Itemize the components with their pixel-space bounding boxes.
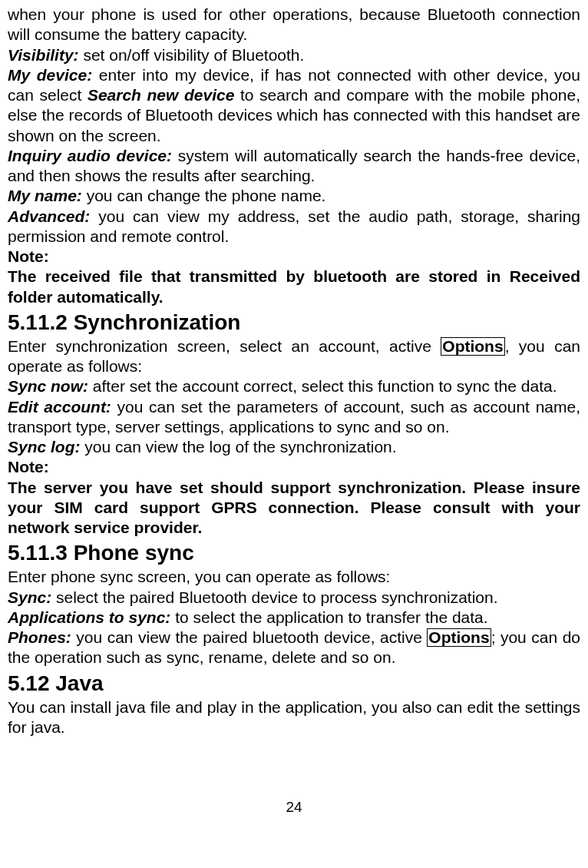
heading-phone-sync: 5.11.3 Phone sync (8, 539, 580, 566)
phones-text1: you can view the paired bluetooth device… (71, 628, 427, 646)
advanced-paragraph: Advanced: you can view my address, set t… (8, 207, 580, 247)
options-box-1: Options (441, 337, 504, 356)
sync-label: Sync: (8, 588, 51, 606)
options-box-2: Options (427, 628, 491, 647)
mydevice-label: My device: (8, 66, 92, 84)
document-page: when your phone is used for other operat… (0, 0, 588, 816)
note2-text: The server you have set should support s… (8, 478, 580, 538)
myname-label: My name: (8, 187, 82, 204)
advanced-label: Advanced: (8, 207, 90, 225)
inquiry-label: Inquiry audio device: (8, 147, 172, 164)
phonesync-intro: Enter phone sync screen, you can operate… (8, 567, 580, 587)
phones-paragraph: Phones: you can view the paired bluetoot… (8, 628, 580, 668)
advanced-text: you can view my address, set the audio p… (8, 207, 580, 245)
note1-label: Note: (8, 247, 580, 267)
sync-intro-paragraph: Enter synchronization screen, select an … (8, 336, 580, 377)
visibility-line: Visibility: set on/off visibility of Blu… (8, 45, 580, 65)
mydevice-paragraph: My device: enter into my device, if has … (8, 65, 580, 146)
visibility-text: set on/off visibility of Bluetooth. (79, 46, 305, 64)
phones-label: Phones: (8, 628, 71, 646)
heading-java: 5.12 Java (8, 670, 580, 697)
apps-label: Applications to sync: (8, 608, 170, 626)
syncnow-label: Sync now: (8, 377, 88, 395)
apps-text: to select the application to transfer th… (170, 608, 487, 626)
mydevice-em: Search new device (88, 86, 234, 104)
syncnow-paragraph: Sync now: after set the account correct,… (8, 376, 580, 396)
sync-text: select the paired Bluetooth device to pr… (51, 588, 497, 606)
note1-text: The received file that transmitted by bl… (8, 267, 580, 307)
syncnow-text: after set the account correct, select th… (88, 377, 557, 395)
heading-synchronization: 5.11.2 Synchronization (8, 309, 580, 336)
synclog-line: Sync log: you can view the log of the sy… (8, 437, 580, 457)
intro-paragraph: when your phone is used for other operat… (8, 5, 580, 45)
synclog-text: you can view the log of the synchronizat… (81, 438, 397, 456)
editacc-paragraph: Edit account: you can set the parameters… (8, 397, 580, 438)
java-paragraph: You can install java file and play in th… (8, 697, 580, 738)
myname-line: My name: you can change the phone name. (8, 186, 580, 206)
editacc-label: Edit account: (8, 398, 111, 416)
sync-intro1: Enter synchronization screen, select an … (8, 337, 441, 355)
page-number: 24 (8, 799, 580, 816)
synclog-label: Sync log: (8, 438, 81, 456)
note2-label: Note: (8, 457, 580, 477)
myname-text: you can change the phone name. (82, 187, 326, 204)
sync-line: Sync: select the paired Bluetooth device… (8, 588, 580, 608)
apps-line: Applications to sync: to select the appl… (8, 608, 580, 628)
inquiry-paragraph: Inquiry audio device: system will automa… (8, 146, 580, 187)
visibility-label: Visibility: (8, 46, 79, 64)
